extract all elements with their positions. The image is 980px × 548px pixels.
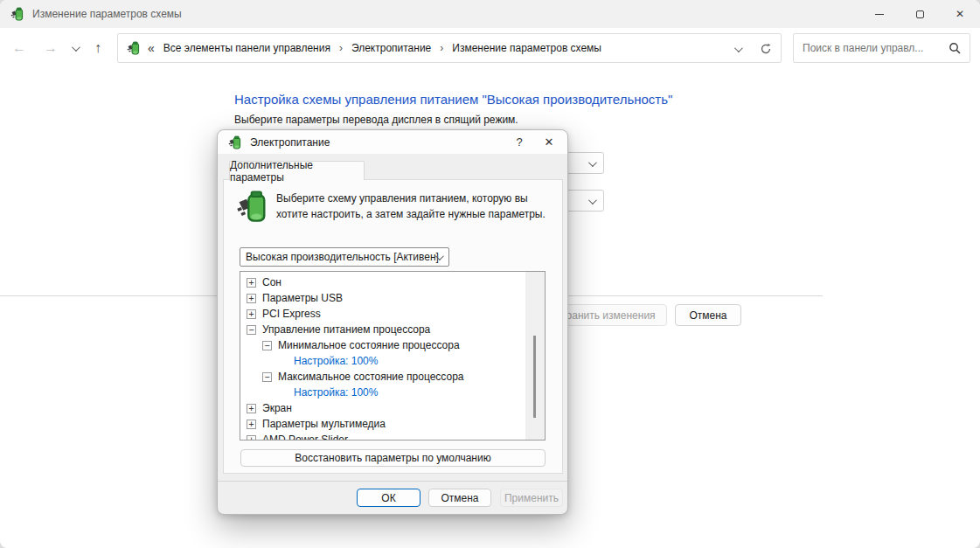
tree-item[interactable]: −Максимальное состояние процессора [240, 369, 525, 385]
maximize-icon [916, 10, 924, 18]
address-dropdown-icon[interactable] [734, 44, 743, 52]
chevron-down-icon [588, 158, 597, 167]
control-panel-window: Изменение параметров схемы ✕ ← → ↑ « Все… [0, 0, 980, 548]
address-bar[interactable]: « Все элементы панели управления › Элект… [117, 33, 782, 63]
tree-item[interactable]: −Управление питанием процессора [240, 322, 525, 337]
chevron-down-icon [588, 196, 597, 205]
recent-pages-dropdown[interactable] [66, 28, 82, 68]
collapse-minus-icon[interactable]: − [262, 341, 272, 350]
refresh-icon[interactable] [760, 43, 772, 55]
power-options-icon [10, 7, 24, 21]
power-plan-dropdown[interactable]: Высокая производительность [Активен] [240, 247, 449, 267]
close-icon: ✕ [956, 9, 964, 19]
tree-item-label: Управление питанием процессора [262, 323, 430, 336]
expand-plus-icon[interactable]: + [247, 404, 256, 413]
tree-scrollbar-thumb[interactable] [533, 336, 536, 418]
expand-plus-icon[interactable]: + [247, 278, 256, 288]
dialog-description: Выберите схему управления питанием, кото… [276, 191, 546, 222]
tree-item[interactable]: +Сон [240, 274, 525, 290]
tree-item-label: PCI Express [262, 308, 321, 320]
back-button[interactable]: ← [9, 28, 30, 68]
ok-button[interactable]: ОК [357, 489, 420, 507]
power-options-icon-large [236, 190, 269, 223]
cancel-button[interactable]: Отмена [675, 304, 741, 326]
close-button[interactable]: ✕ [940, 0, 980, 28]
tree-item-label: Сон [262, 276, 281, 288]
up-button[interactable]: ↑ [87, 28, 108, 68]
expand-plus-icon[interactable]: + [247, 309, 256, 319]
advanced-settings-page: Выберите схему управления питанием, кото… [223, 179, 563, 474]
breadcrumb-item-control-panel[interactable]: Все элементы панели управления [163, 42, 330, 54]
minimize-button[interactable] [859, 0, 900, 28]
dialog-cancel-button[interactable]: Отмена [428, 489, 491, 507]
search-box[interactable] [793, 33, 970, 63]
tree-item[interactable]: +Параметры USB [240, 290, 525, 306]
page-title: Настройка схемы управления питанием "Выс… [234, 92, 672, 107]
apply-button[interactable]: Применить [500, 489, 563, 507]
tree-item-label: Минимальное состояние процессора [278, 339, 460, 351]
navigation-bar: ← → ↑ « Все элементы панели управления ›… [0, 28, 980, 68]
tab-advanced-settings[interactable]: Дополнительные параметры [229, 161, 365, 180]
expand-plus-icon[interactable]: + [247, 294, 256, 303]
advanced-settings-tree[interactable]: +Сон+Параметры USB+PCI Express−Управлени… [240, 271, 546, 440]
dialog-footer-divider [218, 481, 567, 482]
minimize-icon [875, 14, 884, 15]
tree-item[interactable]: +AMD Power Slider [240, 432, 525, 440]
window-title: Изменение параметров схемы [32, 8, 182, 20]
dialog-close-button[interactable]: ✕ [534, 130, 564, 154]
power-options-icon [228, 135, 242, 149]
collapse-minus-icon[interactable]: − [262, 372, 272, 382]
tree-item[interactable]: −Минимальное состояние процессора [240, 337, 525, 353]
breadcrumb-separator: › [339, 42, 343, 54]
help-button[interactable]: ? [504, 130, 534, 154]
search-icon [949, 42, 961, 54]
tree-item[interactable]: Настройка: 100% [240, 353, 525, 369]
tree-item[interactable]: +PCI Express [240, 306, 525, 322]
breadcrumb-separator: › [440, 42, 443, 54]
tree-item-label[interactable]: Настройка: 100% [294, 355, 378, 367]
breadcrumb-item-power-options[interactable]: Электропитание [351, 42, 431, 54]
tree-item[interactable]: Настройка: 100% [240, 385, 525, 400]
search-input[interactable] [803, 35, 942, 61]
tree-item-label[interactable]: Настройка: 100% [294, 386, 378, 399]
tree-item[interactable]: +Экран [240, 400, 525, 416]
tree-item[interactable]: +Параметры мультимедиа [240, 416, 525, 432]
breadcrumb-overflow-chevron[interactable]: « [148, 41, 155, 55]
restore-defaults-button[interactable]: Восстановить параметры по умолчанию [240, 449, 546, 467]
power-plan-selected-value: Высокая производительность [Активен] [246, 251, 439, 263]
tree-rows: +Сон+Параметры USB+PCI Express−Управлени… [240, 274, 525, 440]
window-titlebar: Изменение параметров схемы ✕ [0, 0, 980, 28]
tree-item-label: Параметры USB [262, 292, 343, 304]
tree-item-label: AMD Power Slider [262, 434, 348, 440]
tree-scrollbar[interactable] [525, 272, 545, 440]
forward-button[interactable]: → [40, 28, 61, 68]
expand-plus-icon[interactable]: + [247, 420, 256, 429]
dialog-title: Электропитание [250, 136, 330, 149]
collapse-minus-icon[interactable]: − [247, 325, 256, 335]
chevron-down-icon [71, 43, 80, 52]
breadcrumb-item-edit-plan[interactable]: Изменение параметров схемы [452, 42, 601, 54]
page-subtitle: Выберите параметры перевода дисплея в сп… [234, 114, 518, 126]
tree-item-label: Параметры мультимедиа [262, 418, 386, 430]
maximize-button[interactable] [900, 0, 940, 28]
tree-item-label: Максимальное состояние процессора [278, 371, 463, 383]
power-options-icon [127, 41, 141, 55]
power-options-dialog: Электропитание ? ✕ Дополнительные параме… [217, 129, 568, 515]
tree-item-label: Экран [262, 402, 292, 414]
expand-plus-icon[interactable]: + [247, 435, 256, 441]
